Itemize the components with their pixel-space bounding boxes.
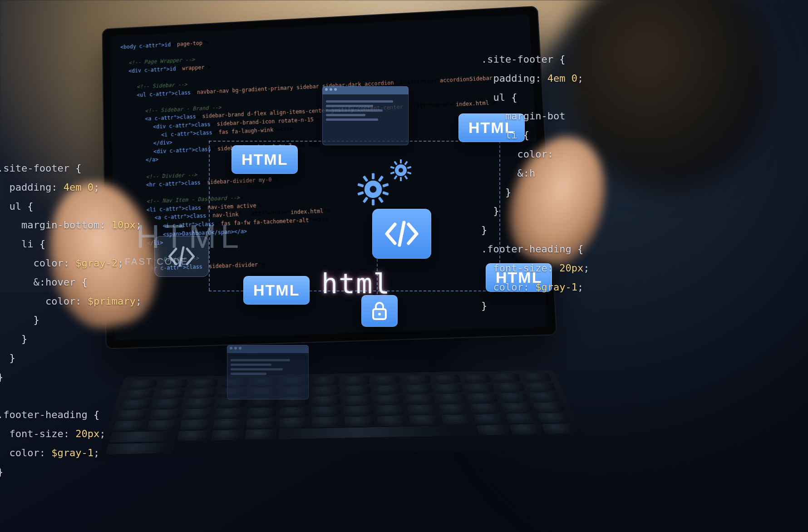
css-snippet-left: .site-footer { padding: 4em 0; ul { marg… <box>0 159 142 482</box>
css-snippet-right: .site-footer { padding: 4em 0; ul { marg… <box>481 50 589 315</box>
tablet-keyboard <box>97 370 590 458</box>
code-listing: <body c-attr">id="page-top"> <!-- Page W… <box>120 23 533 274</box>
